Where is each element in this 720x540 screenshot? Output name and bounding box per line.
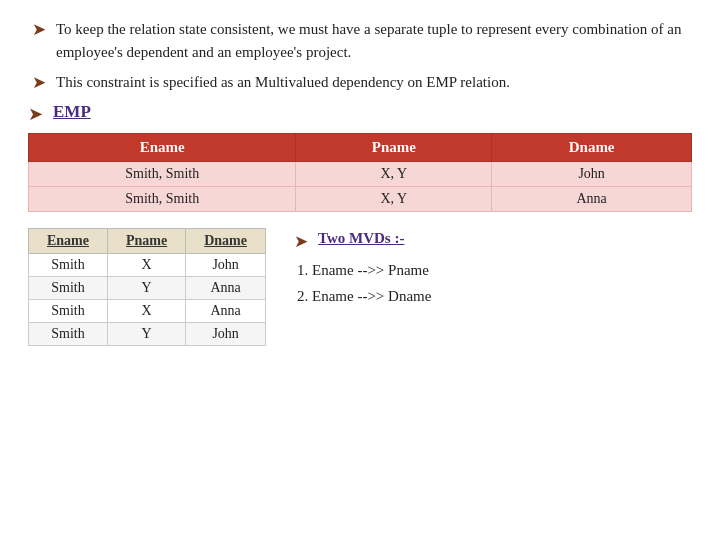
table-row: Smith [29, 299, 108, 322]
table-row: Smith, Smith [29, 161, 296, 186]
small-table-header: Dname [186, 228, 266, 253]
bottom-section: EnamePnameDname SmithXJohnSmithYAnnaSmit… [28, 228, 692, 346]
table-row: Smith [29, 276, 108, 299]
mvd-section: ➤ Two MVDs :- Ename -->> PnameEname -->>… [294, 228, 692, 312]
table-row: Smith, Smith [29, 186, 296, 211]
table-row: X [108, 253, 186, 276]
table-row: Smith [29, 322, 108, 345]
table-row: X, Y [296, 186, 492, 211]
table-row: Y [108, 322, 186, 345]
mvd-list-item-1: Ename -->> Pname [312, 259, 692, 282]
wide-emp-table: Ename Pname Dname Smith, SmithX, YJohnSm… [28, 133, 692, 212]
mvd-arrow-row: ➤ Two MVDs :- [294, 230, 692, 253]
table-row: X [108, 299, 186, 322]
small-table-header: Ename [29, 228, 108, 253]
small-table-header: Pname [108, 228, 186, 253]
small-emp-table: EnamePnameDname SmithXJohnSmithYAnnaSmit… [28, 228, 266, 346]
wide-table-header-dname: Dname [492, 133, 692, 161]
mvd-list: Ename -->> PnameEname -->> Dname [294, 259, 692, 308]
table-row: Anna [186, 299, 266, 322]
bullet-text-2: This constraint is specified as an Multi… [56, 71, 692, 94]
table-row: Anna [186, 276, 266, 299]
bullet-item-1: ➤ To keep the relation state consistent,… [28, 18, 692, 65]
mvd-title: Two MVDs :- [318, 230, 404, 247]
emp-section: ➤ EMP [28, 102, 692, 125]
table-row: John [186, 322, 266, 345]
table-row: John [492, 161, 692, 186]
table-row: X, Y [296, 161, 492, 186]
mvd-bullet-icon: ➤ [294, 231, 308, 252]
bullet-arrow-2: ➤ [32, 72, 46, 93]
wide-table-header-pname: Pname [296, 133, 492, 161]
bullet-text-1: To keep the relation state consistent, w… [56, 18, 692, 65]
table-row: Y [108, 276, 186, 299]
table-row: John [186, 253, 266, 276]
table-row: Anna [492, 186, 692, 211]
table-row: Smith [29, 253, 108, 276]
bullet-item-2: ➤ This constraint is specified as an Mul… [28, 71, 692, 94]
wide-table-header-ename: Ename [29, 133, 296, 161]
bullet-arrow-1: ➤ [32, 19, 46, 40]
mvd-list-item-2: Ename -->> Dname [312, 285, 692, 308]
emp-heading: EMP [53, 102, 91, 122]
emp-arrow: ➤ [28, 103, 43, 125]
